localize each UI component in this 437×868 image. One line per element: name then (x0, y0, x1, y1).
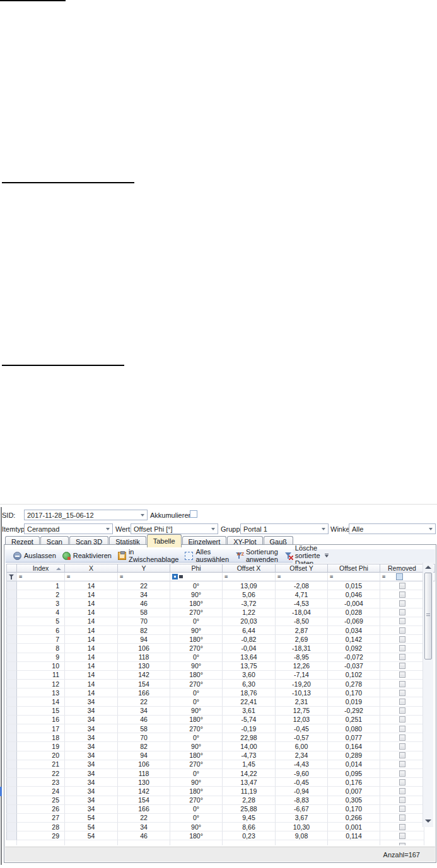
filter-cell-offset-phi[interactable]: = (328, 573, 380, 581)
table-row[interactable]: 23 34 130 90° 13,47 -0,45 0,176 (6, 778, 435, 787)
removed-checkbox[interactable] (399, 734, 405, 741)
column-header-offset-x[interactable]: Offset X (223, 564, 276, 573)
table-row[interactable]: 28 54 34 90° 8,66 10,30 0,001 (6, 823, 435, 831)
tab-tabelle[interactable]: Tabelle (147, 534, 182, 547)
itemtyp-combobox[interactable]: Cerampad (24, 523, 113, 534)
removed-checkbox[interactable] (399, 797, 405, 803)
removed-checkbox[interactable] (399, 716, 405, 722)
removed-checkbox[interactable] (399, 699, 405, 705)
table-row[interactable]: 6 14 82 90° 6,44 2,87 0,034 (6, 626, 435, 635)
removed-checkbox[interactable] (399, 806, 405, 812)
table-row[interactable]: 8 14 106 270° -0,04 -18,31 0,092 (6, 644, 435, 653)
removed-checkbox[interactable] (399, 654, 405, 660)
wert-combobox[interactable]: Offset Phi [°] (131, 523, 218, 534)
chevron-down-icon[interactable] (106, 528, 110, 530)
column-header-y[interactable]: Y (118, 564, 170, 573)
table-row[interactable]: 13 14 166 0° 18,76 -10,13 0,170 (6, 688, 435, 697)
column-header-offset-y[interactable]: Offset Y (276, 564, 328, 573)
table-row[interactable]: 3 14 46 180° -3,72 -4,53 -0,004 (6, 599, 435, 608)
scroll-up-icon[interactable] (425, 566, 431, 569)
removed-checkbox[interactable] (399, 645, 405, 651)
column-header-offset-phi[interactable]: Offset Phi (328, 564, 380, 573)
removed-checkbox[interactable] (399, 761, 405, 767)
removed-checkbox[interactable] (399, 833, 405, 839)
table-row[interactable]: 10 14 130 90° 13,75 12,26 -0,037 (6, 662, 435, 671)
column-header-index[interactable]: Index (17, 564, 65, 573)
removed-checkbox[interactable] (399, 824, 405, 830)
table-row[interactable]: 19 34 82 90° 14,00 6,00 0,164 (6, 742, 435, 751)
filter-cell-removed[interactable]: = (380, 573, 424, 581)
filter-cell-y[interactable]: = (118, 573, 170, 581)
table-row[interactable]: 29 54 46 180° 0,23 9,08 0,114 (6, 831, 435, 840)
chevron-down-icon[interactable] (141, 514, 144, 517)
table-row[interactable]: 12 14 154 270° 6,30 -19,20 0,278 (6, 680, 435, 688)
filter-cell-index[interactable]: = (17, 573, 65, 581)
filter-cell-x[interactable]: = (65, 573, 118, 581)
table-row[interactable]: 1 14 22 0° 13,09 -2,08 0,015 (6, 581, 435, 590)
sid-combobox[interactable]: 2017-11-28_15-06-12 (24, 510, 148, 520)
loesche-sortierte-daten-button[interactable]: Lösche sortierte Daten (281, 550, 323, 562)
chevron-down-icon[interactable] (322, 528, 325, 530)
table-row[interactable]: 18 34 70 0° 22,98 -0,57 0,077 (6, 733, 435, 742)
removed-checkbox[interactable] (399, 636, 405, 642)
removed-checkbox[interactable] (399, 609, 405, 615)
removed-checkbox[interactable] (399, 788, 405, 794)
table-row[interactable]: 25 34 154 270° 2,28 -8,83 0,305 (6, 796, 435, 805)
phi-filter-flag-icon[interactable] (172, 574, 178, 580)
chevron-down-icon[interactable] (429, 528, 433, 530)
table-row[interactable]: 11 14 142 180° 3,60 -7,14 0,102 (6, 671, 435, 680)
scrollbar-thumb[interactable] (424, 573, 432, 660)
filter-cell-phi[interactable] (170, 573, 223, 581)
removed-checkbox[interactable] (399, 681, 405, 687)
table-row[interactable]: 4 14 58 270° 1,22 -18,04 0,028 (6, 608, 435, 617)
removed-checkbox[interactable] (399, 779, 405, 785)
vertical-scrollbar[interactable] (422, 562, 433, 827)
filter-cell-offset-x[interactable]: = (223, 573, 276, 581)
table-row[interactable]: 9 14 118 0° 13,64 -8,95 -0,072 (6, 653, 435, 662)
column-header-x[interactable]: X (65, 564, 118, 573)
auslassen-button[interactable]: Auslassen (10, 550, 59, 562)
table-row[interactable]: 27 54 22 0° 9,45 3,67 0,266 (6, 814, 435, 823)
removed-checkbox[interactable] (399, 814, 405, 821)
table-row[interactable]: 22 34 118 0° 14,22 -9,60 0,095 (6, 769, 435, 778)
removed-checkbox[interactable] (399, 663, 405, 669)
chevron-down-icon[interactable] (211, 528, 215, 530)
removed-checkbox[interactable] (399, 726, 405, 732)
removed-checkbox[interactable] (399, 690, 405, 696)
akkumulieren-checkbox[interactable] (190, 510, 197, 518)
removed-checkbox[interactable] (399, 770, 405, 777)
removed-checkbox[interactable] (399, 671, 405, 678)
table-row[interactable]: 17 34 58 270° -0,19 -0,45 0,080 (6, 724, 435, 733)
table-row[interactable]: 16 34 46 180° -5,74 12,03 0,251 (6, 716, 435, 724)
removed-checkbox[interactable] (399, 600, 405, 607)
table-row[interactable]: 15 34 34 90° 3,61 12,75 -0,292 (6, 707, 435, 716)
gruppe-combobox[interactable]: Portal 1 (240, 523, 329, 534)
alles-auswaehlen-button[interactable]: Alles auswählen (182, 550, 232, 562)
zwischenablage-button[interactable]: in Zwischenablage (115, 550, 182, 562)
table-row[interactable]: 26 34 166 0° 25,88 -6,67 0,170 (6, 805, 435, 814)
removed-checkbox[interactable] (399, 583, 405, 589)
toolbar-overflow-button[interactable] (325, 551, 329, 561)
table-row[interactable]: 21 34 106 270° 1,45 -4,43 0,014 (6, 760, 435, 769)
table-row[interactable]: 20 34 94 180° -4,73 2,34 0,289 (6, 751, 435, 760)
removed-checkbox[interactable] (399, 743, 405, 750)
removed-checkbox[interactable] (399, 627, 405, 634)
table-row[interactable]: 5 14 70 0° 20,03 -8,50 -0,069 (6, 617, 435, 626)
removed-checkbox[interactable] (399, 591, 405, 598)
table-row[interactable]: 2 14 34 90° 5,06 4,71 0,046 (6, 590, 435, 599)
winkel-combobox[interactable]: Alle (349, 523, 436, 534)
removed-checkbox[interactable] (399, 618, 405, 624)
splitter-handle[interactable] (0, 787, 2, 796)
filter-cell-offset-y[interactable]: = (276, 573, 328, 581)
removed-filter-checkbox[interactable] (396, 573, 403, 580)
scroll-down-icon[interactable] (425, 819, 431, 823)
reaktivieren-button[interactable]: Reaktivieren (59, 550, 115, 562)
column-header-phi[interactable]: Phi (170, 564, 223, 573)
table-row[interactable]: 14 34 22 0° 22,41 2,31 0,019 (6, 697, 435, 706)
table-row[interactable]: 7 14 94 180° -0,82 2,69 0,142 (6, 635, 435, 644)
sortierung-anwenden-button[interactable]: A Z Sortierung anwenden (232, 550, 281, 562)
table-row[interactable]: 24 34 142 180° 11,19 -0,94 0,007 (6, 787, 435, 796)
column-header-removed[interactable]: Removed (380, 564, 424, 573)
removed-checkbox[interactable] (399, 752, 405, 758)
removed-checkbox[interactable] (399, 707, 405, 714)
